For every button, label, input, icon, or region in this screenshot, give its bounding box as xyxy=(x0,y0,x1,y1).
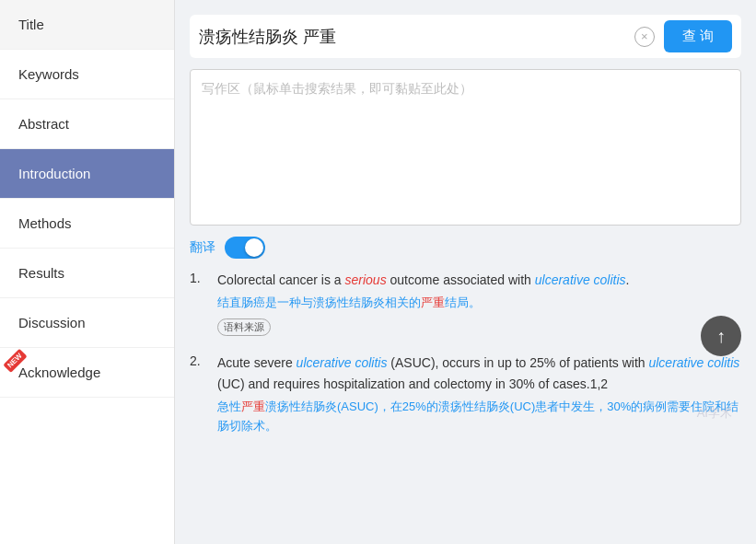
translate-toggle[interactable] xyxy=(225,237,265,259)
sidebar-item-label: Abstract xyxy=(18,116,69,132)
search-input-wrap: 溃疡性结肠炎 严重 × xyxy=(199,26,655,48)
highlight-uc-1: ulcerative colitis xyxy=(535,272,626,287)
toggle-knob xyxy=(245,238,263,257)
sidebar-item-keywords[interactable]: Keywords xyxy=(0,50,174,99)
sidebar-item-abstract[interactable]: Abstract xyxy=(0,99,174,149)
sidebar-item-label: Acknowledge xyxy=(18,365,100,380)
result-num-1: 1. xyxy=(190,270,208,336)
cn-highlight-uc2a: 溃疡性结肠炎 xyxy=(265,399,337,413)
sidebar: Title Keywords Abstract Introduction Met… xyxy=(0,0,175,544)
source-badge-1[interactable]: 语料来源 xyxy=(217,318,271,336)
writing-area[interactable]: 写作区（鼠标单击搜索结果，即可黏贴至此处） xyxy=(190,69,741,226)
arrow-up-icon: ↑ xyxy=(716,326,726,347)
toggle-track[interactable] xyxy=(225,237,265,259)
result-num-2: 2. xyxy=(190,353,208,439)
search-query-text: 溃疡性结肠炎 严重 xyxy=(199,26,629,48)
result-en-1[interactable]: Colorectal cancer is a serious outcome a… xyxy=(217,270,741,290)
result-item-2: 2. Acute severe ulcerative colitis (ASUC… xyxy=(190,353,741,439)
result-cn-2: 急性严重溃疡性结肠炎(ASUC)，在25%的溃疡性结肠炎(UC)患者中发生，30… xyxy=(217,398,741,436)
sidebar-item-title[interactable]: Title xyxy=(0,0,174,50)
cn-highlight-uc: 溃疡性结肠炎 xyxy=(313,295,385,309)
result-cn-1: 结直肠癌是一种与溃疡性结肠炎相关的严重结局。 xyxy=(217,294,741,313)
sidebar-item-label: Introduction xyxy=(18,166,90,181)
result-en-2[interactable]: Acute severe ulcerative colitis (ASUC), … xyxy=(217,353,741,394)
sidebar-item-label: Methods xyxy=(18,215,72,231)
sidebar-item-discussion[interactable]: Discussion xyxy=(0,298,174,348)
highlight-serious: serious xyxy=(345,272,387,287)
sidebar-item-label: Title xyxy=(18,17,44,32)
results-list: 1. Colorectal cancer is a serious outcom… xyxy=(190,270,741,440)
highlight-uc-2b: ulcerative colitis xyxy=(648,355,739,370)
result-content-1: Colorectal cancer is a serious outcome a… xyxy=(217,270,741,336)
highlight-uc-2a: ulcerative colitis xyxy=(297,355,388,370)
sidebar-item-label: Discussion xyxy=(18,315,86,330)
scroll-top-button[interactable]: ↑ xyxy=(701,316,741,356)
sidebar-item-results[interactable]: Results xyxy=(0,249,174,298)
writing-placeholder: 写作区（鼠标单击搜索结果，即可黏贴至此处） xyxy=(202,81,472,96)
cn-highlight-severe: 严重 xyxy=(421,295,445,309)
sidebar-item-label: Results xyxy=(18,265,64,281)
search-button[interactable]: 查 询 xyxy=(664,20,732,52)
clear-button[interactable]: × xyxy=(634,27,655,47)
search-bar: 溃疡性结肠炎 严重 × 查 询 xyxy=(190,15,741,58)
cn-highlight-uc2b: 溃疡性结肠炎 xyxy=(438,399,510,413)
result-content-2: Acute severe ulcerative colitis (ASUC), … xyxy=(217,353,741,439)
sidebar-item-methods[interactable]: Methods xyxy=(0,199,174,249)
sidebar-item-introduction[interactable]: Introduction xyxy=(0,149,174,199)
sidebar-item-acknowledge[interactable]: Acknowledge xyxy=(0,348,174,398)
translate-row: 翻译 xyxy=(190,237,741,259)
cn-highlight-severe2: 严重 xyxy=(241,399,265,413)
translate-label: 翻译 xyxy=(190,239,215,256)
sidebar-item-label: Keywords xyxy=(18,66,79,82)
main-content: 溃疡性结肠炎 严重 × 查 询 写作区（鼠标单击搜索结果，即可黏贴至此处） 翻译… xyxy=(175,0,756,544)
result-item-1: 1. Colorectal cancer is a serious outcom… xyxy=(190,270,741,336)
